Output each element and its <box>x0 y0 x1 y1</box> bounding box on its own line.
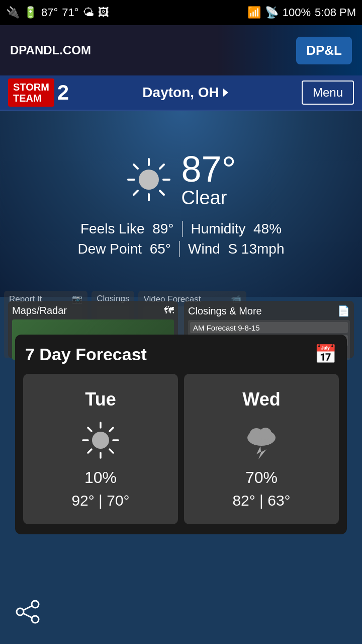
location-arrow-icon <box>223 89 228 97</box>
weather-icon <box>126 157 171 202</box>
logo-text: STORM TEAM <box>8 78 54 107</box>
svg-line-16 <box>88 449 92 453</box>
logo-line2: TEAM <box>13 93 49 104</box>
temp-display: 87° Clear <box>182 151 236 209</box>
svg-point-17 <box>92 432 109 449</box>
dew-point-label: Dew Point <box>78 241 142 257</box>
feels-like-value: 89° <box>152 221 173 236</box>
day-precip-tue: 10% <box>33 468 168 487</box>
humidity: Humidity 48% <box>183 221 282 237</box>
dew-point: Dew Point 65° <box>78 241 180 257</box>
logo-line1: STORM <box>13 82 49 93</box>
forecast-days: Tue 10% 92° | 70° Wed <box>15 374 347 534</box>
wind: Wind S 13mph <box>180 241 284 257</box>
ad-site: DPANDL.COM <box>10 43 91 57</box>
forecast-section: 7 Day Forecast 📅 Tue 10% 92° | <box>15 335 347 534</box>
status-bar: 🔌 🔋 87° 71° 🌤 🖼 📶 📡 100% 5:08 PM <box>0 0 362 25</box>
svg-point-24 <box>32 616 39 623</box>
svg-line-6 <box>160 165 164 169</box>
usb-icon: 🔌 <box>6 6 20 19</box>
svg-point-20 <box>259 428 272 440</box>
weather-details-row2: Dew Point 65° Wind S 13mph <box>10 241 352 257</box>
feels-like: Feels Like 89° <box>80 221 183 237</box>
dew-point-value: 65° <box>150 241 171 257</box>
forecast-header: 7 Day Forecast 📅 <box>15 335 347 374</box>
app-header: STORM TEAM 2 Dayton, OH Menu <box>0 75 362 111</box>
day-temps-wed: 82° | 63° <box>194 492 329 509</box>
svg-point-8 <box>139 170 159 190</box>
status-left: 🔌 🔋 87° 71° 🌤 🖼 <box>6 6 109 19</box>
sun-svg <box>126 157 171 202</box>
svg-point-23 <box>17 608 24 615</box>
ad-logo: DP&L <box>296 37 352 64</box>
share-icon <box>15 599 40 624</box>
svg-line-26 <box>23 613 32 618</box>
svg-line-15 <box>110 428 113 431</box>
day-temps-tue: 92° | 70° <box>33 492 168 509</box>
weather-details-row1: Feels Like 89° Humidity 48% <box>10 221 352 237</box>
day-name-tue: Tue <box>33 389 168 410</box>
svg-line-13 <box>88 428 92 431</box>
svg-point-22 <box>32 601 39 608</box>
day-name-wed: Wed <box>194 389 329 410</box>
wifi-icon: 📶 <box>247 6 261 19</box>
menu-button[interactable]: Menu <box>302 80 354 105</box>
humidity-value: 48% <box>253 221 282 236</box>
humidity-label: Humidity <box>191 221 246 236</box>
svg-line-4 <box>134 165 138 169</box>
location-text: Dayton, OH <box>142 85 219 101</box>
day-icon-tue <box>80 420 121 460</box>
svg-line-5 <box>160 191 164 195</box>
ad-banner[interactable]: DPANDL.COM DP&L <box>0 25 362 75</box>
battery-level-icon: 🔋 <box>24 6 37 19</box>
image-icon: 🖼 <box>98 6 109 19</box>
svg-marker-21 <box>256 446 266 459</box>
svg-line-14 <box>110 449 113 453</box>
day-precip-wed: 70% <box>194 468 329 487</box>
logo-number: 2 <box>57 82 69 103</box>
signal-icon: 📡 <box>265 6 279 19</box>
svg-line-7 <box>134 191 138 195</box>
low-temp: 71° <box>62 6 78 19</box>
share-button[interactable] <box>15 599 40 629</box>
current-condition: Clear <box>182 187 236 209</box>
battery-pct: 100% <box>283 6 311 19</box>
status-right: 📶 📡 100% 5:08 PM <box>247 6 356 19</box>
weather-summary: 87° Clear <box>126 151 236 209</box>
time: 5:08 PM <box>315 6 356 19</box>
forecast-title: 7 Day Forecast <box>25 345 147 364</box>
forecast-day-wed[interactable]: Wed 70% 82° | 63° <box>184 374 339 524</box>
calendar-icon: 📅 <box>314 344 337 365</box>
current-temp: 87° <box>41 6 58 19</box>
logo: STORM TEAM 2 <box>8 78 69 107</box>
location-display[interactable]: Dayton, OH <box>142 85 228 101</box>
forecast-day-tue[interactable]: Tue 10% 92° | 70° <box>23 374 178 524</box>
day-icon-wed <box>241 420 282 460</box>
svg-line-25 <box>23 606 32 610</box>
current-temperature: 87° <box>182 151 236 187</box>
wind-value: S 13mph <box>228 241 284 257</box>
feels-like-label: Feels Like <box>80 221 145 236</box>
wind-label: Wind <box>188 241 220 257</box>
weather-main: 87° Clear Feels Like 89° Humidity 48% De… <box>0 111 362 297</box>
weather-icon: 🌤 <box>83 6 94 19</box>
